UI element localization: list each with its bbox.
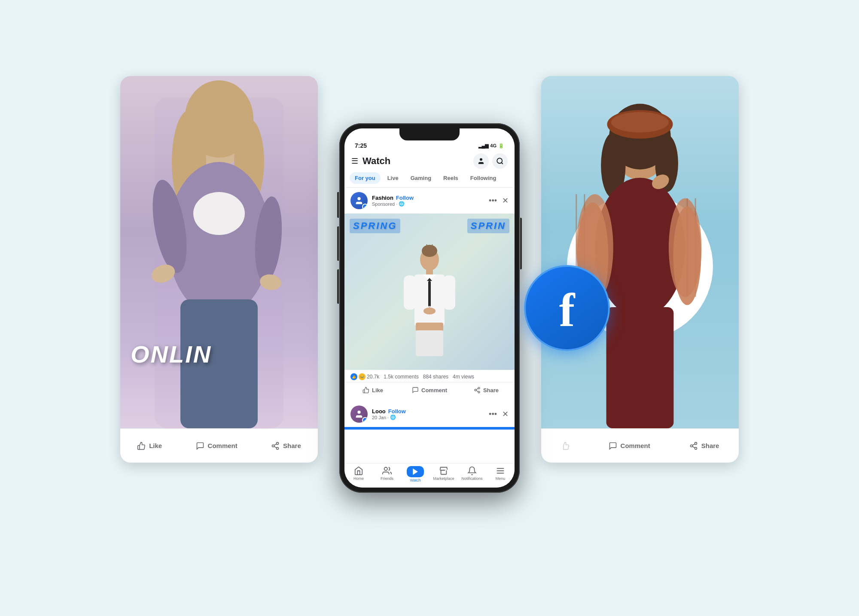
svg-point-37 xyxy=(690,445,692,447)
tab-gaming[interactable]: Gaming xyxy=(405,172,436,184)
status-icons: ▂▄▆ 4G 🔋 xyxy=(478,143,504,149)
post-1-follow[interactable]: Follow xyxy=(396,195,414,201)
reactions-group: 👍 😂 20.7k xyxy=(350,373,379,380)
svg-rect-35 xyxy=(606,307,674,428)
svg-rect-59 xyxy=(416,323,443,331)
watch-title: Watch xyxy=(362,156,390,167)
tab-for-you[interactable]: For you xyxy=(350,172,381,184)
right-woman-illustration xyxy=(541,100,739,428)
post-2-header: ✓ Looo Follow 20 Jan · 🌐 xyxy=(344,401,515,427)
post-1-header-left: ✓ Fashion Follow Sponsored · xyxy=(350,192,414,209)
post-2-account: Looo Follow xyxy=(372,408,406,415)
home-icon xyxy=(354,466,363,476)
svg-line-65 xyxy=(476,390,478,392)
more-options-button[interactable]: ••• xyxy=(489,196,497,205)
svg-point-33 xyxy=(673,207,701,305)
nav-watch[interactable]: Watch xyxy=(401,466,430,482)
close-button[interactable]: ✕ xyxy=(502,196,509,205)
verified-badge-2: ✓ xyxy=(362,417,368,423)
post-1-sub: Sponsored · 🌐 xyxy=(372,201,414,207)
post-2-follow[interactable]: Follow xyxy=(388,408,406,415)
post-2-controls: ••• ✕ xyxy=(489,409,509,419)
comment-icon-right xyxy=(609,442,617,450)
post-2-header-left: ✓ Looo Follow 20 Jan · 🌐 xyxy=(350,406,406,423)
svg-line-43 xyxy=(501,162,503,164)
globe-icon: 🌐 xyxy=(399,201,405,207)
like-icon-right xyxy=(561,442,570,450)
nav-friends[interactable]: Friends xyxy=(373,466,401,482)
post-2-blue-bar xyxy=(344,427,515,430)
tab-bar: For you Live Gaming Reels Following xyxy=(344,172,515,188)
svg-point-14 xyxy=(272,445,274,447)
post-2-meta: Looo Follow 20 Jan · 🌐 xyxy=(372,408,406,420)
signal-icon: ▂▄▆ xyxy=(478,143,489,149)
left-card-bottom-bar: Like Comment Share xyxy=(120,428,318,463)
svg-rect-53 xyxy=(428,281,431,307)
verified-badge: ✓ xyxy=(362,204,368,209)
phone-notch xyxy=(399,128,460,140)
battery-icon: 🔋 xyxy=(498,143,504,149)
tab-live[interactable]: Live xyxy=(382,172,404,184)
left-like-action[interactable]: Like xyxy=(137,442,162,450)
header-icons xyxy=(473,153,508,169)
close-button-2[interactable]: ✕ xyxy=(502,409,509,419)
left-comment-action[interactable]: Comment xyxy=(196,442,238,450)
nav-notifications[interactable]: Notifications xyxy=(458,466,486,482)
svg-point-67 xyxy=(357,411,360,414)
like-btn-icon xyxy=(362,387,369,393)
svg-point-41 xyxy=(480,158,482,161)
comment-icon xyxy=(196,442,204,450)
marketplace-icon xyxy=(439,466,448,476)
like-action-btn[interactable]: Like xyxy=(344,383,401,397)
status-time: 7:25 xyxy=(355,142,367,149)
watch-nav-active-bg xyxy=(407,466,424,477)
svg-point-23 xyxy=(611,112,669,133)
post-2-sub: 20 Jan · 🌐 xyxy=(372,415,406,420)
nav-marketplace[interactable]: Marketplace xyxy=(430,466,458,482)
svg-line-39 xyxy=(692,446,695,448)
nav-menu[interactable]: Menu xyxy=(486,466,515,482)
post-1-header: ✓ Fashion Follow Sponsored · xyxy=(344,188,515,213)
right-share-action[interactable]: Share xyxy=(689,442,719,450)
more-options-button-2[interactable]: ••• xyxy=(489,410,497,419)
svg-rect-58 xyxy=(443,275,455,310)
like-icon xyxy=(137,442,146,450)
left-card-text: ONLIN xyxy=(131,340,212,368)
search-button[interactable] xyxy=(492,153,508,169)
right-card-bottom-bar: Comment Share xyxy=(541,428,739,463)
svg-point-13 xyxy=(277,442,279,444)
nav-home[interactable]: Home xyxy=(344,466,373,482)
comment-btn-icon xyxy=(412,387,419,393)
watch-header: ☰ Watch xyxy=(344,152,515,172)
share-icon-right xyxy=(689,442,698,450)
svg-point-38 xyxy=(695,447,697,449)
facebook-f: f xyxy=(559,287,575,334)
svg-line-66 xyxy=(476,389,478,390)
share-action-btn[interactable]: Share xyxy=(458,383,515,397)
avatar-icon-2 xyxy=(354,409,364,419)
svg-rect-60 xyxy=(416,330,443,356)
right-like-action[interactable] xyxy=(561,442,570,450)
svg-line-40 xyxy=(692,444,695,445)
tab-following[interactable]: Following xyxy=(465,172,502,184)
menu-icon[interactable]: ☰ xyxy=(351,156,358,166)
watch-icon xyxy=(411,467,420,476)
left-woman-illustration xyxy=(120,76,318,428)
post-1-avatar: ✓ xyxy=(350,192,368,209)
model-area xyxy=(344,213,515,370)
network-type: 4G xyxy=(490,143,497,148)
person-button[interactable] xyxy=(473,153,489,169)
post-1-image: SPRING SPRIN xyxy=(344,213,515,370)
left-share-action[interactable]: Share xyxy=(271,442,301,450)
like-reaction: 👍 xyxy=(350,373,357,380)
svg-marker-69 xyxy=(413,469,418,475)
phone-screen: 7:25 ▂▄▆ 4G 🔋 ☰ Watch xyxy=(344,128,515,488)
post-1-controls: ••• ✕ xyxy=(489,196,509,205)
comment-action-btn[interactable]: Comment xyxy=(401,383,458,397)
left-card: ONLIN Like Comment Share xyxy=(120,76,318,463)
search-icon xyxy=(496,157,504,165)
right-comment-action[interactable]: Comment xyxy=(609,442,650,450)
svg-line-17 xyxy=(274,444,277,445)
tab-reels[interactable]: Reels xyxy=(438,172,463,184)
model-svg xyxy=(395,244,464,356)
